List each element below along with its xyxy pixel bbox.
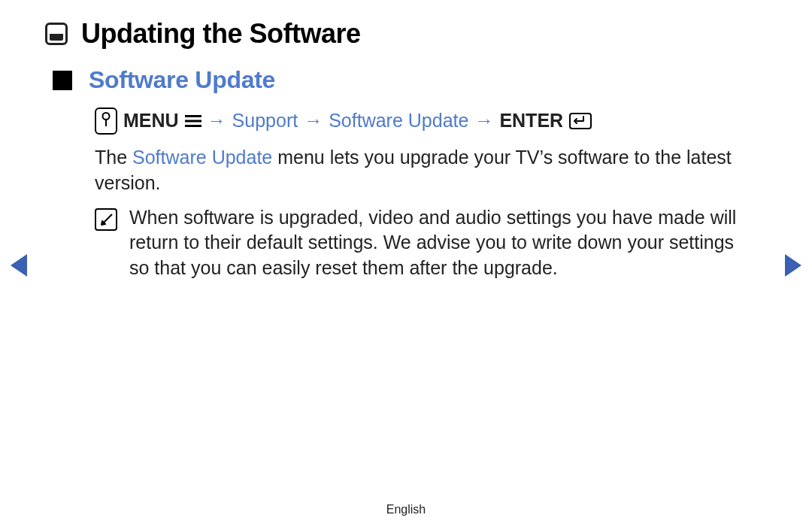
- arrow-separator: →: [208, 108, 226, 134]
- content-area: MENU → Support → Software Update → ENTER…: [45, 108, 767, 281]
- description-paragraph: The Software Update menu lets you upgrad…: [95, 145, 753, 196]
- manual-page: Updating the Software Software Update ME…: [0, 0, 812, 530]
- enter-key-icon: [569, 113, 592, 129]
- arrow-separator: →: [474, 108, 493, 134]
- note-row: When software is upgraded, video and aud…: [95, 205, 753, 281]
- path-support: Support: [232, 108, 298, 134]
- footer-language: English: [0, 503, 812, 516]
- arrow-separator: →: [304, 108, 323, 134]
- path-software-update: Software Update: [329, 108, 468, 134]
- page-title: Updating the Software: [81, 18, 361, 50]
- menu-hamburger-icon: [185, 115, 201, 127]
- section-heading-row: Software Update: [45, 66, 767, 94]
- navigation-path: MENU → Support → Software Update → ENTER: [95, 108, 753, 135]
- section-heading: Software Update: [89, 66, 275, 94]
- square-bullet-icon: [53, 71, 72, 90]
- enter-label: ENTER: [499, 108, 563, 134]
- desc-prefix: The: [95, 147, 132, 168]
- next-page-arrow[interactable]: [785, 254, 801, 277]
- desc-term: Software Update: [132, 147, 272, 168]
- chapter-bookmark-icon: [45, 23, 68, 45]
- note-text: When software is upgraded, video and aud…: [129, 205, 753, 281]
- menu-label: MENU: [123, 108, 179, 134]
- prev-page-arrow[interactable]: [11, 254, 27, 277]
- note-pencil-icon: [95, 208, 117, 231]
- page-title-row: Updating the Software: [45, 18, 767, 50]
- remote-hand-icon: [95, 108, 117, 135]
